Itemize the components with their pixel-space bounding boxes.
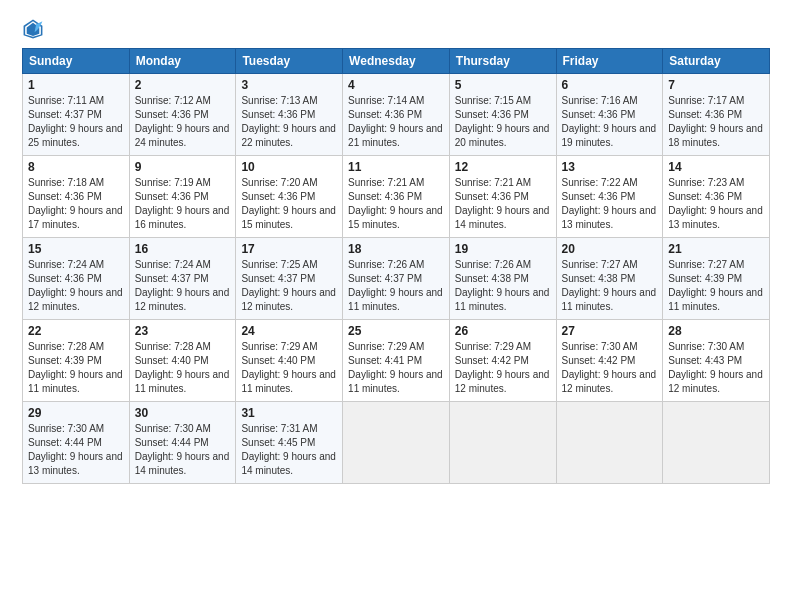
page: SundayMondayTuesdayWednesdayThursdayFrid… <box>0 0 792 496</box>
day-number: 8 <box>28 160 124 174</box>
week-row-1: 1 Sunrise: 7:11 AMSunset: 4:37 PMDayligh… <box>23 74 770 156</box>
day-info: Sunrise: 7:30 AMSunset: 4:43 PMDaylight:… <box>668 340 764 396</box>
day-cell: 6 Sunrise: 7:16 AMSunset: 4:36 PMDayligh… <box>556 74 663 156</box>
day-info: Sunrise: 7:24 AMSunset: 4:36 PMDaylight:… <box>28 258 124 314</box>
day-cell: 1 Sunrise: 7:11 AMSunset: 4:37 PMDayligh… <box>23 74 130 156</box>
weekday-header-friday: Friday <box>556 49 663 74</box>
day-cell: 12 Sunrise: 7:21 AMSunset: 4:36 PMDaylig… <box>449 156 556 238</box>
day-number: 18 <box>348 242 444 256</box>
day-number: 23 <box>135 324 231 338</box>
day-cell: 10 Sunrise: 7:20 AMSunset: 4:36 PMDaylig… <box>236 156 343 238</box>
weekday-header-sunday: Sunday <box>23 49 130 74</box>
day-cell: 13 Sunrise: 7:22 AMSunset: 4:36 PMDaylig… <box>556 156 663 238</box>
day-info: Sunrise: 7:30 AMSunset: 4:44 PMDaylight:… <box>135 422 231 478</box>
day-cell <box>449 402 556 484</box>
day-cell <box>343 402 450 484</box>
day-cell: 18 Sunrise: 7:26 AMSunset: 4:37 PMDaylig… <box>343 238 450 320</box>
day-info: Sunrise: 7:23 AMSunset: 4:36 PMDaylight:… <box>668 176 764 232</box>
day-number: 13 <box>562 160 658 174</box>
day-cell: 30 Sunrise: 7:30 AMSunset: 4:44 PMDaylig… <box>129 402 236 484</box>
day-number: 20 <box>562 242 658 256</box>
day-cell: 22 Sunrise: 7:28 AMSunset: 4:39 PMDaylig… <box>23 320 130 402</box>
day-number: 6 <box>562 78 658 92</box>
day-number: 31 <box>241 406 337 420</box>
logo <box>22 18 46 40</box>
day-info: Sunrise: 7:27 AMSunset: 4:38 PMDaylight:… <box>562 258 658 314</box>
day-info: Sunrise: 7:15 AMSunset: 4:36 PMDaylight:… <box>455 94 551 150</box>
header <box>22 18 770 40</box>
day-info: Sunrise: 7:30 AMSunset: 4:42 PMDaylight:… <box>562 340 658 396</box>
day-number: 11 <box>348 160 444 174</box>
day-info: Sunrise: 7:21 AMSunset: 4:36 PMDaylight:… <box>348 176 444 232</box>
day-info: Sunrise: 7:24 AMSunset: 4:37 PMDaylight:… <box>135 258 231 314</box>
day-number: 22 <box>28 324 124 338</box>
day-number: 19 <box>455 242 551 256</box>
week-row-2: 8 Sunrise: 7:18 AMSunset: 4:36 PMDayligh… <box>23 156 770 238</box>
day-number: 16 <box>135 242 231 256</box>
day-cell: 9 Sunrise: 7:19 AMSunset: 4:36 PMDayligh… <box>129 156 236 238</box>
day-info: Sunrise: 7:31 AMSunset: 4:45 PMDaylight:… <box>241 422 337 478</box>
day-info: Sunrise: 7:18 AMSunset: 4:36 PMDaylight:… <box>28 176 124 232</box>
day-cell: 27 Sunrise: 7:30 AMSunset: 4:42 PMDaylig… <box>556 320 663 402</box>
day-number: 12 <box>455 160 551 174</box>
day-number: 26 <box>455 324 551 338</box>
day-number: 27 <box>562 324 658 338</box>
day-cell: 16 Sunrise: 7:24 AMSunset: 4:37 PMDaylig… <box>129 238 236 320</box>
day-info: Sunrise: 7:13 AMSunset: 4:36 PMDaylight:… <box>241 94 337 150</box>
day-info: Sunrise: 7:29 AMSunset: 4:41 PMDaylight:… <box>348 340 444 396</box>
week-row-5: 29 Sunrise: 7:30 AMSunset: 4:44 PMDaylig… <box>23 402 770 484</box>
day-info: Sunrise: 7:28 AMSunset: 4:39 PMDaylight:… <box>28 340 124 396</box>
logo-icon <box>22 18 44 40</box>
day-number: 21 <box>668 242 764 256</box>
day-cell <box>556 402 663 484</box>
day-cell: 15 Sunrise: 7:24 AMSunset: 4:36 PMDaylig… <box>23 238 130 320</box>
day-info: Sunrise: 7:21 AMSunset: 4:36 PMDaylight:… <box>455 176 551 232</box>
day-number: 2 <box>135 78 231 92</box>
day-info: Sunrise: 7:26 AMSunset: 4:37 PMDaylight:… <box>348 258 444 314</box>
day-number: 17 <box>241 242 337 256</box>
day-cell: 5 Sunrise: 7:15 AMSunset: 4:36 PMDayligh… <box>449 74 556 156</box>
weekday-header-tuesday: Tuesday <box>236 49 343 74</box>
day-number: 29 <box>28 406 124 420</box>
day-number: 30 <box>135 406 231 420</box>
day-info: Sunrise: 7:25 AMSunset: 4:37 PMDaylight:… <box>241 258 337 314</box>
day-info: Sunrise: 7:14 AMSunset: 4:36 PMDaylight:… <box>348 94 444 150</box>
day-info: Sunrise: 7:29 AMSunset: 4:42 PMDaylight:… <box>455 340 551 396</box>
day-info: Sunrise: 7:12 AMSunset: 4:36 PMDaylight:… <box>135 94 231 150</box>
day-cell: 23 Sunrise: 7:28 AMSunset: 4:40 PMDaylig… <box>129 320 236 402</box>
calendar-table: SundayMondayTuesdayWednesdayThursdayFrid… <box>22 48 770 484</box>
day-cell: 17 Sunrise: 7:25 AMSunset: 4:37 PMDaylig… <box>236 238 343 320</box>
day-cell <box>663 402 770 484</box>
day-cell: 11 Sunrise: 7:21 AMSunset: 4:36 PMDaylig… <box>343 156 450 238</box>
weekday-header-saturday: Saturday <box>663 49 770 74</box>
day-info: Sunrise: 7:28 AMSunset: 4:40 PMDaylight:… <box>135 340 231 396</box>
day-info: Sunrise: 7:19 AMSunset: 4:36 PMDaylight:… <box>135 176 231 232</box>
day-cell: 4 Sunrise: 7:14 AMSunset: 4:36 PMDayligh… <box>343 74 450 156</box>
day-number: 3 <box>241 78 337 92</box>
weekday-header-wednesday: Wednesday <box>343 49 450 74</box>
day-number: 25 <box>348 324 444 338</box>
day-info: Sunrise: 7:20 AMSunset: 4:36 PMDaylight:… <box>241 176 337 232</box>
day-info: Sunrise: 7:22 AMSunset: 4:36 PMDaylight:… <box>562 176 658 232</box>
day-cell: 26 Sunrise: 7:29 AMSunset: 4:42 PMDaylig… <box>449 320 556 402</box>
day-info: Sunrise: 7:27 AMSunset: 4:39 PMDaylight:… <box>668 258 764 314</box>
day-number: 28 <box>668 324 764 338</box>
day-info: Sunrise: 7:16 AMSunset: 4:36 PMDaylight:… <box>562 94 658 150</box>
day-number: 24 <box>241 324 337 338</box>
day-cell: 20 Sunrise: 7:27 AMSunset: 4:38 PMDaylig… <box>556 238 663 320</box>
day-info: Sunrise: 7:26 AMSunset: 4:38 PMDaylight:… <box>455 258 551 314</box>
day-cell: 3 Sunrise: 7:13 AMSunset: 4:36 PMDayligh… <box>236 74 343 156</box>
weekday-header-monday: Monday <box>129 49 236 74</box>
day-number: 14 <box>668 160 764 174</box>
day-cell: 24 Sunrise: 7:29 AMSunset: 4:40 PMDaylig… <box>236 320 343 402</box>
day-cell: 19 Sunrise: 7:26 AMSunset: 4:38 PMDaylig… <box>449 238 556 320</box>
week-row-4: 22 Sunrise: 7:28 AMSunset: 4:39 PMDaylig… <box>23 320 770 402</box>
day-cell: 7 Sunrise: 7:17 AMSunset: 4:36 PMDayligh… <box>663 74 770 156</box>
day-info: Sunrise: 7:29 AMSunset: 4:40 PMDaylight:… <box>241 340 337 396</box>
day-cell: 8 Sunrise: 7:18 AMSunset: 4:36 PMDayligh… <box>23 156 130 238</box>
week-row-3: 15 Sunrise: 7:24 AMSunset: 4:36 PMDaylig… <box>23 238 770 320</box>
day-cell: 31 Sunrise: 7:31 AMSunset: 4:45 PMDaylig… <box>236 402 343 484</box>
day-number: 7 <box>668 78 764 92</box>
day-cell: 29 Sunrise: 7:30 AMSunset: 4:44 PMDaylig… <box>23 402 130 484</box>
day-info: Sunrise: 7:11 AMSunset: 4:37 PMDaylight:… <box>28 94 124 150</box>
